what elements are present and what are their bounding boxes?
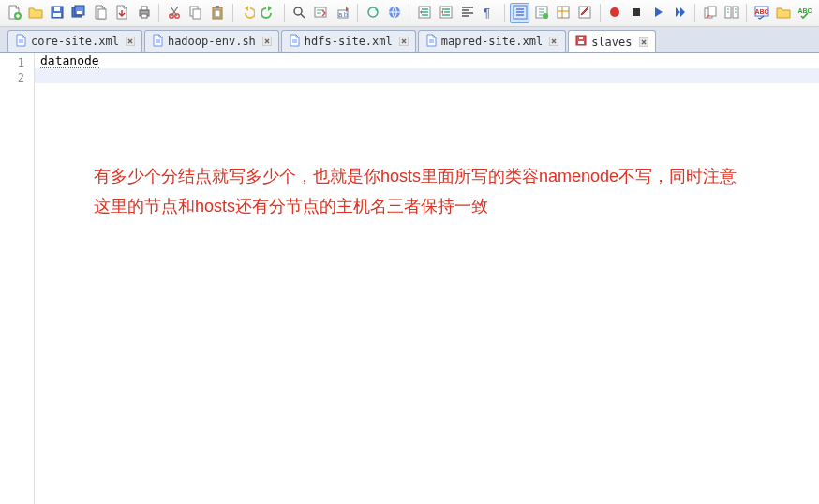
file-icon [288,34,301,50]
print-icon [137,5,152,22]
svg-rect-13 [190,7,198,16]
edit-flag-button[interactable] [574,3,594,23]
open-file-button[interactable] [25,3,45,23]
link-button[interactable] [384,3,404,23]
record-macro-button[interactable] [605,3,625,23]
svg-rect-5 [75,6,84,15]
toggle-grid-button[interactable] [553,3,573,23]
play-macro-icon [650,5,665,22]
svg-rect-10 [141,14,147,18]
toolbar-separator [504,4,505,22]
copy-file-button[interactable] [91,3,111,23]
duplicate-button[interactable] [700,3,720,23]
toggle-whitespace-button[interactable] [531,3,551,23]
svg-point-29 [543,13,548,19]
tab-label: slaves [591,36,632,49]
new-file-button[interactable] [4,3,23,23]
play-macro-button[interactable] [648,3,668,23]
svg-point-22 [368,7,378,17]
code-text: datanode [40,53,99,68]
code-line[interactable] [35,68,819,83]
svg-rect-31 [579,7,590,18]
indent-icon [439,5,454,22]
toggle-whitespace-icon [534,5,549,22]
svg-rect-36 [725,7,731,18]
paragraph-button[interactable]: ¶ [480,3,499,23]
stop-macro-button[interactable] [627,3,647,23]
svg-point-12 [174,13,178,17]
svg-rect-25 [440,7,452,18]
svg-point-23 [389,7,400,18]
cut-button[interactable] [164,3,184,23]
svg-rect-14 [193,9,201,19]
import-button[interactable] [112,3,132,23]
align-left-button[interactable] [458,3,478,23]
undo-button[interactable] [237,3,257,23]
redo-button[interactable] [260,3,279,23]
svg-point-11 [169,13,172,17]
toggle-bookmark-button[interactable]: a b [333,3,352,23]
refresh-icon [365,5,380,22]
svg-rect-9 [141,7,147,10]
copy-button[interactable] [186,3,205,23]
toolbar-separator [600,4,601,22]
tab-close-icon[interactable] [125,36,136,47]
svg-rect-4 [72,7,82,17]
svg-rect-16 [216,6,219,8]
tab-close-icon[interactable] [398,36,410,47]
play-fast-icon [673,5,688,22]
file-icon [424,34,438,50]
code-content[interactable]: datanode [35,53,819,504]
outdent-icon [417,5,432,22]
link-icon [387,5,402,22]
folder-icon [776,5,791,22]
indent-button[interactable] [437,3,456,23]
spellcheck-green-button[interactable]: ABC [796,3,815,23]
new-file-icon [7,5,22,22]
svg-text:ABC: ABC [754,8,768,15]
list-icon [513,5,528,22]
goto-icon [313,5,328,22]
main-toolbar: a b¶ABCABC [0,0,819,27]
svg-rect-3 [54,7,60,11]
svg-rect-6 [77,11,82,14]
svg-rect-20 [338,10,348,18]
tab-close-icon[interactable] [638,37,649,48]
tab-slaves[interactable]: slaves [568,30,655,52]
svg-rect-15 [213,7,222,19]
align-left-icon [460,5,475,22]
play-fast-button[interactable] [670,3,690,23]
spellcheck-button[interactable]: ABC [752,3,771,23]
outdent-button[interactable] [414,3,434,23]
tab-core-site-xml[interactable]: core-site.xml [7,30,142,52]
tab-mapred-site-xml[interactable]: mapred-site.xml [418,30,566,52]
tab-close-icon[interactable] [548,36,559,47]
goto-button[interactable] [311,3,331,23]
find-button[interactable] [290,3,309,23]
svg-rect-37 [733,7,738,18]
svg-rect-48 [639,37,648,47]
import-icon [114,5,129,22]
tab-hadoop-env-sh[interactable]: hadoop-env.sh [144,30,279,52]
tab-label: mapred-site.xml [441,35,543,48]
tab-label: hadoop-env.sh [168,35,256,48]
compare-button[interactable] [722,3,741,23]
paste-button[interactable] [207,3,227,23]
annotation-overlay: 有多少个分结点就写多少个，也就是你hosts里面所写的类容namenode不写，… [94,161,750,222]
tab-close-icon[interactable] [261,36,273,47]
print-button[interactable] [134,3,154,23]
save-all-button[interactable] [68,3,88,23]
copy-icon [188,5,203,22]
annotation-text: 有多少个分结点就写多少个，也就是你hosts里面所写的类容namenode不写，… [94,167,737,215]
svg-text:a b: a b [338,11,348,18]
code-line[interactable]: datanode [35,53,819,68]
save-button[interactable] [47,3,67,23]
svg-rect-34 [705,8,712,18]
redo-icon [261,5,276,22]
list-button[interactable] [510,3,529,23]
folder-button[interactable] [774,3,794,23]
refresh-button[interactable] [363,3,382,23]
tab-hdfs-site-xml[interactable]: hdfs-site.xml [281,30,416,52]
open-file-icon [28,5,43,22]
copy-file-icon [93,5,108,22]
